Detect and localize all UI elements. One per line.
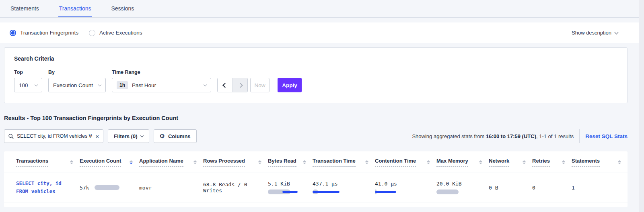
time-range-select[interactable]: 1h Past Hour [112, 78, 211, 92]
column-header-bytes-read[interactable]: Bytes Read [268, 158, 313, 167]
toolbar-divider [579, 129, 580, 143]
cell-bytes-read: 5.1 KiB [268, 181, 313, 194]
filters-label: Filters (0) [114, 133, 138, 139]
tab-statements[interactable]: Statements [10, 0, 40, 17]
stats-time-range: 16:00 to 17:59 (UTC) [486, 133, 536, 139]
apply-button[interactable]: Apply [278, 78, 302, 92]
sort-icon [427, 160, 430, 164]
sort-icon [618, 160, 621, 164]
top-select[interactable]: 100 [14, 78, 42, 92]
columns-label: Columns [168, 133, 191, 139]
column-header-contention-time[interactable]: Contention Time [375, 158, 436, 167]
now-button[interactable]: Now [250, 78, 270, 92]
results-table: Transactions Execution Count Application… [4, 151, 628, 207]
sort-icon [70, 160, 73, 164]
time-range-value: Past Hour [132, 82, 156, 88]
sort-icon [258, 160, 261, 164]
cell-application-name: movr [139, 185, 203, 191]
radio-unselected-icon [89, 30, 95, 36]
clear-search-icon[interactable]: × [95, 133, 99, 139]
cell-execution-count: 57k [80, 185, 139, 191]
page-tabs: Statements Transactions Sessions [0, 0, 644, 18]
tab-transactions[interactable]: Transactions [58, 0, 92, 17]
results-heading: Results - Top 100 Transaction Fingerprin… [4, 115, 644, 121]
search-icon [8, 134, 14, 139]
bytes-read-bar [268, 190, 300, 194]
table-row: SELECT city, id FROM vehicles 57k movr 6… [4, 173, 628, 202]
by-field: By Execution Count [48, 69, 106, 92]
column-header-transaction-time[interactable]: Transaction Time [313, 158, 375, 167]
max-memory-bar [436, 190, 461, 194]
radio-label: Transaction Fingerprints [20, 30, 78, 36]
radio-selected-icon [10, 30, 16, 36]
cell-statements: 1 [572, 185, 628, 191]
column-header-statements[interactable]: Statements [572, 158, 628, 167]
filters-button[interactable]: Filters (0) [108, 129, 149, 143]
contention-time-bar [375, 190, 407, 194]
columns-button[interactable]: ⚙ Columns [154, 129, 197, 143]
cell-rows-processed: 68.8 Reads / 0 Writes [203, 181, 268, 194]
cell-transaction-fingerprint: SELECT city, id FROM vehicles [16, 179, 80, 196]
top-field: Top 100 [14, 69, 42, 92]
sort-icon [479, 160, 482, 164]
previous-time-range-button[interactable] [218, 78, 232, 92]
time-range-badge: 1h [117, 81, 128, 89]
time-range-pager [217, 78, 248, 92]
search-criteria-card: Search Criteria Top 100 By Execution Cou… [4, 47, 628, 103]
show-description-toggle[interactable]: Show description [572, 30, 618, 36]
results-toolbar: × Filters (0) ⚙ Columns Showing aggregat… [4, 129, 628, 143]
sql-search-input[interactable] [16, 133, 93, 139]
table-header-row: Transactions Execution Count Application… [4, 151, 628, 173]
chevron-down-icon [35, 83, 38, 86]
column-header-max-memory[interactable]: Max Memory [436, 158, 489, 167]
by-label: By [48, 69, 106, 75]
reset-sql-stats-link[interactable]: Reset SQL Stats [585, 133, 628, 139]
transaction-time-bar [313, 190, 345, 194]
search-criteria-title: Search Criteria [14, 55, 617, 62]
column-header-retries[interactable]: Retries [532, 158, 572, 167]
tab-sessions[interactable]: Sessions [110, 0, 135, 17]
column-header-network[interactable]: Network [489, 158, 532, 167]
sort-icon [523, 160, 526, 164]
radio-label: Active Executions [99, 30, 142, 36]
chevron-right-icon [238, 83, 243, 88]
time-range-label: Time Range [112, 69, 211, 75]
column-header-transactions[interactable]: Transactions [16, 158, 80, 167]
sort-icon [562, 160, 565, 164]
execution-count-bar [95, 185, 119, 190]
sort-icon [303, 160, 306, 164]
column-header-application-name[interactable]: Application Name [139, 158, 203, 167]
radio-active-executions[interactable]: Active Executions [89, 30, 142, 36]
sql-search-box: × [4, 129, 103, 143]
by-select-value: Execution Count [53, 82, 93, 88]
cell-contention-time: 41.0 µs [375, 181, 436, 194]
sort-desc-icon [130, 160, 133, 164]
scrollbar[interactable] [639, 0, 644, 212]
radio-transaction-fingerprints[interactable]: Transaction Fingerprints [10, 30, 78, 36]
transaction-fingerprint-link[interactable]: SELECT city, id FROM vehicles [16, 179, 80, 196]
next-time-range-button[interactable] [232, 78, 247, 92]
sort-icon [193, 160, 197, 164]
chevron-down-icon [98, 83, 101, 86]
column-header-execution-count[interactable]: Execution Count [80, 158, 139, 167]
aggregated-stats-text: Showing aggregated stats from 16:00 to 1… [412, 133, 574, 139]
cell-max-memory: 20.0 KiB [436, 181, 489, 194]
column-header-rows-processed[interactable]: Rows Processed [203, 158, 268, 167]
chevron-left-icon [222, 83, 228, 88]
chevron-down-icon [140, 134, 143, 137]
chevron-down-icon [204, 83, 207, 86]
by-select[interactable]: Execution Count [48, 78, 106, 92]
show-description-label: Show description [572, 30, 611, 36]
cell-retries: 0 [532, 185, 572, 191]
time-range-field: Time Range 1h Past Hour [112, 69, 211, 92]
cell-network: 0 B [489, 185, 532, 191]
top-label: Top [14, 69, 42, 75]
sort-icon [365, 160, 368, 164]
gear-icon: ⚙ [160, 132, 165, 140]
view-toggle-bar: Transaction Fingerprints Active Executio… [0, 22, 644, 43]
cell-transaction-time: 437.1 µs [313, 181, 375, 194]
chevron-down-icon [615, 30, 619, 34]
top-select-value: 100 [19, 82, 28, 88]
